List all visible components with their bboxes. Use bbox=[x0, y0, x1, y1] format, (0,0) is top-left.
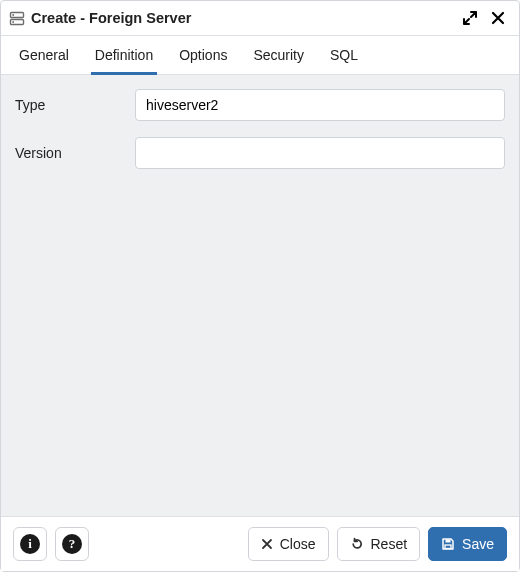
svg-rect-4 bbox=[445, 545, 451, 549]
close-button[interactable]: Close bbox=[248, 527, 329, 561]
dialog-footer: i ? Close Reset Save bbox=[1, 516, 519, 571]
dialog-body: Type Version bbox=[1, 75, 519, 516]
svg-rect-5 bbox=[446, 540, 451, 543]
tab-label: Security bbox=[253, 47, 304, 63]
help-icon: ? bbox=[62, 534, 82, 554]
tab-label: SQL bbox=[330, 47, 358, 63]
version-label: Version bbox=[15, 145, 135, 161]
x-icon bbox=[261, 538, 273, 550]
dialog-title: Create - Foreign Server bbox=[31, 10, 191, 26]
svg-point-3 bbox=[12, 21, 14, 23]
reset-icon bbox=[350, 537, 364, 551]
form-row-version: Version bbox=[15, 137, 505, 169]
form-row-type: Type bbox=[15, 89, 505, 121]
version-input[interactable] bbox=[135, 137, 505, 169]
tab-label: Definition bbox=[95, 47, 153, 63]
tab-general[interactable]: General bbox=[15, 37, 73, 75]
create-foreign-server-dialog: Create - Foreign Server General Definiti… bbox=[0, 0, 520, 572]
expand-icon[interactable] bbox=[459, 7, 481, 29]
tab-label: General bbox=[19, 47, 69, 63]
info-icon: i bbox=[20, 534, 40, 554]
close-button-label: Close bbox=[280, 536, 316, 552]
tabs: General Definition Options Security SQL bbox=[1, 36, 519, 75]
tab-options[interactable]: Options bbox=[175, 37, 231, 75]
save-button-label: Save bbox=[462, 536, 494, 552]
tab-security[interactable]: Security bbox=[249, 37, 308, 75]
type-label: Type bbox=[15, 97, 135, 113]
close-icon[interactable] bbox=[487, 7, 509, 29]
save-button[interactable]: Save bbox=[428, 527, 507, 561]
tab-label: Options bbox=[179, 47, 227, 63]
help-button[interactable]: ? bbox=[55, 527, 89, 561]
dialog-header: Create - Foreign Server bbox=[1, 1, 519, 36]
info-button[interactable]: i bbox=[13, 527, 47, 561]
svg-point-2 bbox=[12, 14, 14, 16]
save-icon bbox=[441, 537, 455, 551]
server-icon bbox=[9, 11, 25, 26]
reset-button-label: Reset bbox=[371, 536, 408, 552]
type-input[interactable] bbox=[135, 89, 505, 121]
reset-button[interactable]: Reset bbox=[337, 527, 421, 561]
tab-definition[interactable]: Definition bbox=[91, 37, 157, 75]
tab-sql[interactable]: SQL bbox=[326, 37, 362, 75]
